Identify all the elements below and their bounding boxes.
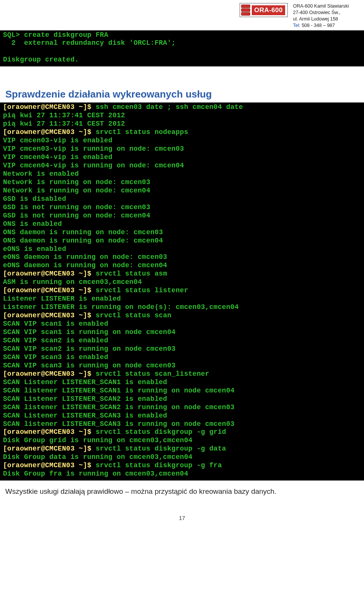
company-address-1: 27-400 Ostrowiec Św., <box>293 9 349 16</box>
t2-l9: Network is enabled <box>3 170 79 178</box>
t2-l22: ASM is running on cmcen03,cmcen04 <box>3 278 142 286</box>
t2-l31: SCAN VIP scan3 is enabled <box>3 353 108 361</box>
company-name: ORA-600 Kamil Stawiarski <box>293 3 349 9</box>
company-tel: Tel: 508 - 348 – 987 <box>293 22 349 29</box>
page-header: ORA-600 ORA-600 Kamil Stawiarski 27-400 … <box>0 0 364 30</box>
t2-l21a: [oraowner@CMCEN03 ~]$ <box>3 270 96 277</box>
body-text: Wszystkie usługi działają prawidłowo – m… <box>0 481 364 496</box>
t2-l28: SCAN VIP scan1 is running on node cmcen0… <box>3 328 176 336</box>
t1-l1: SQL> create diskgroup FRA <box>3 31 108 39</box>
t2-l18: eONS is enabled <box>3 245 66 253</box>
t2-l42a: [oraowner@CMCEN03 ~]$ <box>3 445 96 452</box>
t2-l29: SCAN VIP scan2 is enabled <box>3 337 108 344</box>
t2-l12: GSD is disabled <box>3 195 66 203</box>
t2-l23a: [oraowner@CMCEN03 ~]$ <box>3 287 96 294</box>
t2-l36: SCAN Listener LISTENER_SCAN2 is enabled <box>3 395 167 403</box>
logo-text: ORA-600 <box>252 5 285 15</box>
t1-l4: Diskgroup created. <box>3 56 79 63</box>
t2-l37: SCAN listener LISTENER_SCAN2 is running … <box>3 403 235 411</box>
section-title: Sprawdzenie działania wykreowanych usług <box>0 86 364 102</box>
t2-l10: Network is running on node: cmcen03 <box>3 178 151 186</box>
t2-l5: VIP cmcen03-vip is enabled <box>3 137 113 144</box>
t2-l40b: srvctl status diskgroup -g grid <box>96 428 226 436</box>
t2-l40a: [oraowner@CMCEN03 ~]$ <box>3 428 96 436</box>
t2-l4a: [oraowner@CMCEN03 ~]$ <box>3 128 96 136</box>
db-cylinders-icon <box>241 5 250 16</box>
t2-l35: SCAN listener LISTENER_SCAN1 is running … <box>3 387 235 394</box>
t2-l2: pią kwi 27 11:37:41 CEST 2012 <box>3 112 125 119</box>
t2-l39: SCAN listener LISTENER_SCAN3 is running … <box>3 420 235 428</box>
t2-l6: VIP cmcen03-vip is running on node: cmce… <box>3 145 184 153</box>
t2-l14: GSD is not running on node: cmcen04 <box>3 212 151 219</box>
t2-l16: ONS daemon is running on node: cmcen03 <box>3 228 163 236</box>
terminal-block-1: SQL> create diskgroup FRA 2 external red… <box>0 30 364 67</box>
t2-l19: eONS daemon is running on node: cmcen03 <box>3 253 167 261</box>
t2-l7: VIP cmcen04-vip is enabled <box>3 153 113 161</box>
t2-l33a: [oraowner@CMCEN03 ~]$ <box>3 370 96 378</box>
t2-l17: ONS daemon is running on node: cmcen04 <box>3 237 163 244</box>
t2-l45: Disk Group fra is running on cmcen03,cmc… <box>3 470 188 477</box>
t2-l24: Listener LISTENER is enabled <box>3 295 121 302</box>
t2-l26b: srvctl status scan <box>96 312 171 319</box>
t2-l11: Network is running on node: cmcen04 <box>3 187 151 194</box>
t2-l44b: srvctl status diskgroup -g fra <box>96 462 222 469</box>
t2-l25: Listener LISTENER is running on node(s):… <box>3 303 239 311</box>
t2-l44a: [oraowner@CMCEN03 ~]$ <box>3 462 96 469</box>
t2-l8: VIP cmcen04-vip is running on node: cmce… <box>3 162 184 169</box>
tel-label: Tel: <box>293 23 300 28</box>
t2-l26a: [oraowner@CMCEN03 ~]$ <box>3 312 96 319</box>
t2-l23b: srvctl status listener <box>96 287 188 294</box>
t2-l21b: srvctl status asm <box>96 270 167 277</box>
t2-l1b: ssh cmcen03 date ; ssh cmcen04 date <box>96 103 243 111</box>
company-address-2: ul. Armii Ludowej 158 <box>293 16 349 22</box>
t2-l4b: srvctl status nodeapps <box>96 128 188 136</box>
page-number: 17 <box>0 515 364 521</box>
t2-l42b: srvctl status diskgroup -g data <box>96 445 226 452</box>
t2-l3: pią kwi 27 11:37:41 CEST 2012 <box>3 120 125 128</box>
t2-l38: SCAN Listener LISTENER_SCAN3 is enabled <box>3 412 167 419</box>
t2-l34: SCAN Listener LISTENER_SCAN1 is enabled <box>3 378 167 386</box>
t2-l20: eONS daemon is running on node: cmcen04 <box>3 262 167 269</box>
t2-l41: Disk Group grid is running on cmcen03,cm… <box>3 436 193 444</box>
document-page: ORA-600 ORA-600 Kamil Stawiarski 27-400 … <box>0 0 364 536</box>
t2-l43: Disk Group data is running on cmcen03,cm… <box>3 453 193 461</box>
t2-l30: SCAN VIP scan2 is running on node cmcen0… <box>3 345 176 353</box>
company-block: ORA-600 Kamil Stawiarski 27-400 Ostrowie… <box>293 3 349 29</box>
t2-l15: ONS is enabled <box>3 220 62 228</box>
logo: ORA-600 <box>240 3 287 17</box>
t2-l1a: [oraowner@CMCEN03 ~]$ <box>3 103 96 111</box>
t2-l13: GSD is not running on node: cmcen03 <box>3 203 151 211</box>
terminal-block-2: [oraowner@CMCEN03 ~]$ ssh cmcen03 date ;… <box>0 102 364 481</box>
t2-l27: SCAN VIP scan1 is enabled <box>3 320 108 328</box>
t2-l32: SCAN VIP scan3 is running on node cmcen0… <box>3 362 176 369</box>
t1-l2: 2 external redundancy disk 'ORCL:FRA'; <box>3 39 176 47</box>
t2-l33b: srvctl status scan_listener <box>96 370 209 378</box>
tel-value: 508 - 348 – 987 <box>300 23 335 28</box>
